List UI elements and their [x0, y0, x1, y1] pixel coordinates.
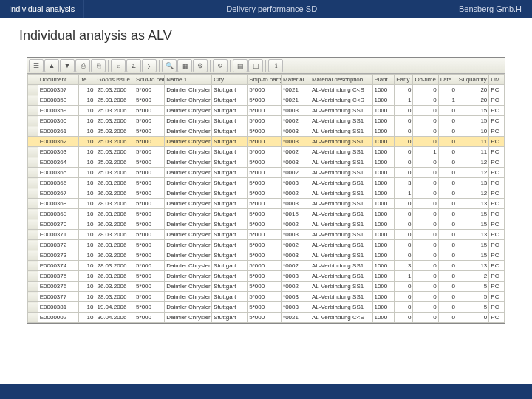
cell: 5*000	[134, 292, 165, 302]
row-selector[interactable]	[28, 219, 38, 230]
row-selector[interactable]	[28, 126, 38, 137]
row-selector[interactable]	[28, 240, 38, 250]
row-selector[interactable]	[28, 230, 38, 240]
table-row[interactable]: E00003691026.03.20065*000Daimler Chrysle…	[28, 209, 505, 219]
find-button[interactable]: 🔍	[162, 59, 177, 72]
cell: E0000381	[38, 302, 78, 313]
row-selector[interactable]	[28, 157, 38, 168]
cell: 10	[78, 85, 95, 95]
row-selector[interactable]	[28, 106, 38, 116]
table-row[interactable]: E00003721026.03.20065*000Daimler Chrysle…	[28, 240, 505, 250]
col-header[interactable]: Name 1	[165, 75, 212, 85]
sum-button[interactable]: Σ	[126, 59, 141, 72]
col-header[interactable]: Document	[38, 75, 78, 85]
cell: Daimler Chrysler	[165, 313, 212, 323]
filter-button[interactable]: ⌕	[111, 59, 126, 72]
col-header[interactable]: Early	[395, 75, 413, 85]
row-selector[interactable]	[28, 271, 38, 282]
table-row[interactable]: E00003671026.03.20065*000Daimler Chrysle…	[28, 188, 505, 199]
row-selector[interactable]	[28, 282, 38, 292]
export-button[interactable]: ⎘	[91, 59, 106, 72]
row-selector[interactable]	[28, 292, 38, 302]
row-selector[interactable]	[28, 313, 38, 323]
table-row[interactable]: E00003711028.03.20065*000Daimler Chrysle…	[28, 230, 505, 240]
row-selector[interactable]	[28, 302, 38, 313]
row-selector[interactable]	[28, 250, 38, 261]
settings-button[interactable]: ⚙	[193, 59, 208, 72]
col-header[interactable]: Goods issue	[95, 75, 134, 85]
col-header[interactable]: SI quantity	[457, 75, 488, 85]
table-row[interactable]: E00003581025.03.20065*000Daimler Chrysle…	[28, 95, 505, 106]
graph-button[interactable]: ◫	[248, 59, 263, 72]
cell: 10	[78, 302, 95, 313]
row-selector[interactable]	[28, 188, 38, 199]
table-row[interactable]: E00003591025.03.20065*000Daimler Chrysle…	[28, 106, 505, 116]
row-selector[interactable]	[28, 137, 38, 147]
table-row[interactable]: E00003611025.03.20065*000Daimler Chrysle…	[28, 126, 505, 137]
table-row[interactable]: E00003761026.03.20065*000Daimler Chrysle…	[28, 282, 505, 292]
sort-desc-button[interactable]: ▼	[60, 59, 75, 72]
row-selector[interactable]	[28, 261, 38, 271]
cell: Stuttgart	[212, 188, 248, 199]
cell: E0000361	[38, 126, 78, 137]
layout-button[interactable]: ▦	[177, 59, 192, 72]
cell: 0	[438, 282, 457, 292]
table-row[interactable]: E00003741028.03.20065*000Daimler Chrysle…	[28, 261, 505, 271]
cell: 0	[395, 85, 413, 95]
row-selector[interactable]	[28, 209, 38, 219]
cell: AL-Verbindung SS1	[310, 106, 372, 116]
table-row[interactable]: E00003771028.03.20065*000Daimler Chrysle…	[28, 292, 505, 302]
col-header[interactable]: Plant	[372, 75, 395, 85]
col-header[interactable]: Material description	[310, 75, 372, 85]
row-selector[interactable]	[28, 95, 38, 106]
cell: 10	[78, 157, 95, 168]
cell: 13	[457, 199, 488, 209]
table-row[interactable]: E00000021030.04.20065*000Daimler Chrysle…	[28, 313, 505, 323]
cell: AL-Verbindung SS1	[310, 240, 372, 250]
cell: 1000	[372, 199, 395, 209]
table-row[interactable]: E00003571025.03.20065*000Daimler Chrysle…	[28, 85, 505, 95]
row-selector[interactable]	[28, 178, 38, 188]
cell: 1000	[372, 85, 395, 95]
col-header[interactable]: Ite.	[78, 75, 95, 85]
cell: 5*000	[134, 230, 165, 240]
row-selector[interactable]	[28, 85, 38, 95]
table-row[interactable]: E00003651025.03.20065*000Daimler Chrysle…	[28, 168, 505, 178]
table-row[interactable]: E00003701026.03.20065*000Daimler Chrysle…	[28, 219, 505, 230]
cell: E0000357	[38, 85, 78, 95]
row-selector[interactable]	[28, 199, 38, 209]
refresh-button[interactable]: ↻	[213, 59, 228, 72]
sort-asc-button[interactable]: ▲	[44, 59, 59, 72]
table-row[interactable]: E00003601025.03.20065*000Daimler Chrysle…	[28, 116, 505, 126]
col-header[interactable]: On-time	[413, 75, 438, 85]
cell: 5*000	[248, 157, 282, 168]
col-header[interactable]: UM	[489, 75, 505, 85]
table-row[interactable]: E00003681028.03.20065*000Daimler Chrysle…	[28, 199, 505, 209]
col-header[interactable]: Ship-to party	[248, 75, 282, 85]
details-button[interactable]: ☰	[29, 59, 44, 72]
table-row[interactable]: E00003661026.03.20065*000Daimler Chrysle…	[28, 178, 505, 188]
subtotal-button[interactable]: ∑	[142, 59, 157, 72]
row-selector[interactable]	[28, 147, 38, 157]
toolbar-separator	[230, 60, 231, 72]
chart-button[interactable]: ▤	[233, 59, 248, 72]
table-row[interactable]: E00003751026.03.20065*000Daimler Chrysle…	[28, 271, 505, 282]
table-row[interactable]: E00003731026.03.20065*000Daimler Chrysle…	[28, 250, 505, 261]
cell: 12	[457, 188, 488, 199]
col-header[interactable]: City	[212, 75, 248, 85]
col-header[interactable]: Late	[438, 75, 457, 85]
table-row[interactable]: E00003811019.04.20065*000Daimler Chrysle…	[28, 302, 505, 313]
row-selector[interactable]	[28, 168, 38, 178]
col-header[interactable]: Material	[282, 75, 310, 85]
table-row[interactable]: E00003641025.03.20065*000Daimler Chrysle…	[28, 157, 505, 168]
table-row[interactable]: E00003621025.03.20065*000Daimler Chrysle…	[28, 137, 505, 147]
cell: Stuttgart	[212, 147, 248, 157]
row-selector[interactable]	[28, 116, 38, 126]
col-header[interactable]: Sold-to party	[134, 75, 165, 85]
table-row[interactable]: E00003631025.03.20065*000Daimler Chrysle…	[28, 147, 505, 157]
info-button[interactable]: ℹ	[268, 59, 283, 72]
cell: 0	[395, 147, 413, 157]
cell: AL-Verbindung SS1	[310, 261, 372, 271]
print-button[interactable]: ⎙	[75, 59, 90, 72]
cell: Stuttgart	[212, 219, 248, 230]
